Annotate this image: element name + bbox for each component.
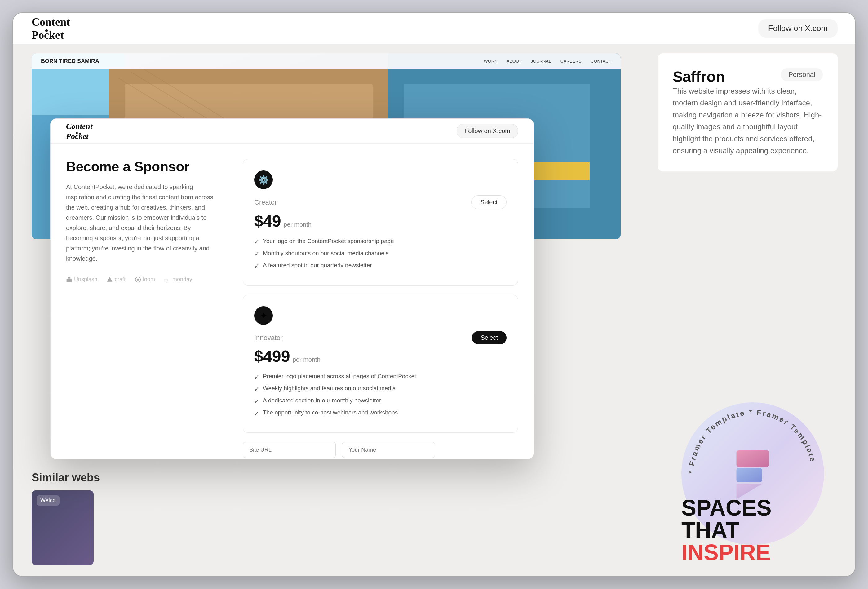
innovator-select-button[interactable]: Select <box>472 331 506 344</box>
preview-nav-about: ABOUT <box>506 59 521 63</box>
innovator-feature-4: ✓ The opportunity to co-host webinars an… <box>254 409 506 417</box>
innovator-feature-2-text: Weekly highlights and features on our so… <box>263 385 396 392</box>
left-column: Become a Sponsor At ContentPocket, we're… <box>50 143 230 459</box>
innovator-feature-1-text: Premier logo placement across all pages … <box>263 373 416 380</box>
spaces-text: SPACES THAT INSPIRE <box>681 497 824 564</box>
right-column: ⚙️ Creator Select $49 per month ✓ Your l… <box>230 143 533 459</box>
innovator-feature-2: ✓ Weekly highlights and features on our … <box>254 385 506 393</box>
front-follow-button[interactable]: Follow on X.com <box>457 124 518 138</box>
loom-logo: loom <box>135 276 155 283</box>
svg-text:* Framer Template * Framer Tem: * Framer Template * Framer Template <box>687 408 818 474</box>
innovator-feature-3: ✓ A dedicated section in our monthly new… <box>254 397 506 405</box>
your-name-input[interactable] <box>342 442 435 458</box>
spaces-line2: THAT <box>681 519 824 541</box>
saffron-title: Saffron <box>673 68 725 85</box>
creator-price: $49 per month <box>254 212 506 230</box>
innovator-tier-header: Innovator Select <box>254 331 506 344</box>
svg-marker-12 <box>107 277 112 282</box>
front-nav: ContentPocket Follow on X.com <box>50 119 533 143</box>
preview-nav-links: WORK ABOUT JOURNAL CAREERS CONTACT <box>484 59 611 63</box>
saffron-badge: Personal <box>781 68 823 81</box>
preview-nav-contact: CONTACT <box>590 59 611 63</box>
innovator-per-month: per month <box>293 356 320 363</box>
similar-websites-label: Similar webs <box>32 471 100 484</box>
back-follow-button[interactable]: Follow on X.com <box>758 19 838 37</box>
creator-select-button[interactable]: Select <box>471 195 506 209</box>
innovator-tier-name: Innovator <box>254 334 283 342</box>
preview-nav-bar: BORN TIRED SAMIRA WORK ABOUT JOURNAL CAR… <box>32 53 621 69</box>
check-icon-7: ✓ <box>254 410 259 417</box>
creator-tier-header: Creator Select <box>254 195 506 209</box>
creator-feature-3-text: A featured spot in our quarterly newslet… <box>263 262 372 269</box>
back-nav: ContentPocket Follow on X.com <box>13 13 856 44</box>
creator-feature-2: ✓ Monthly shoutouts on our social media … <box>254 250 506 258</box>
innovator-feature-3-text: A dedicated section in our monthly newsl… <box>263 397 381 404</box>
front-content: Become a Sponsor At ContentPocket, we're… <box>50 143 533 459</box>
check-icon-4: ✓ <box>254 373 259 381</box>
sponsor-title: Become a Sponsor <box>66 159 215 174</box>
saffron-description: This website impresses with its clean, m… <box>673 85 823 156</box>
similar-thumb: Welco <box>32 490 94 565</box>
creator-feature-2-text: Monthly shoutouts on our social media ch… <box>263 250 389 257</box>
front-card: ContentPocket Follow on X.com Become a S… <box>50 118 534 459</box>
spaces-line3: INSPIRE <box>681 541 824 564</box>
unsplash-logo: Unsplash <box>66 276 97 283</box>
spaces-line1: SPACES <box>681 497 824 519</box>
check-icon-1: ✓ <box>254 238 259 245</box>
innovator-icon: ✦ <box>254 306 273 325</box>
sponsors-logos: Unsplash craft loom m. monday <box>66 276 215 283</box>
bottom-inputs <box>243 442 518 458</box>
saffron-panel: Saffron Personal This website impresses … <box>658 53 838 171</box>
check-icon-6: ✓ <box>254 398 259 405</box>
craft-logo: craft <box>107 276 125 283</box>
preview-nav-logo: BORN TIRED SAMIRA <box>41 58 99 65</box>
creator-feature-1-text: Your logo on the ContentPocket sponsorsh… <box>263 238 394 245</box>
similar-thumb-label: Welco <box>37 495 59 506</box>
creator-tier-name: Creator <box>254 198 277 207</box>
innovator-feature-1: ✓ Premier logo placement across all page… <box>254 373 506 381</box>
check-icon-2: ✓ <box>254 251 259 258</box>
back-logo: ContentPocket <box>32 16 70 41</box>
sponsor-description: At ContentPocket, we're dedicated to spa… <box>66 182 215 264</box>
creator-per-month: per month <box>283 221 311 228</box>
innovator-price: $499 per month <box>254 347 506 366</box>
preview-nav-careers: CAREERS <box>561 59 582 63</box>
creator-icon: ⚙️ <box>254 170 273 189</box>
creator-pricing-card: ⚙️ Creator Select $49 per month ✓ Your l… <box>243 159 518 285</box>
check-icon-3: ✓ <box>254 263 259 270</box>
creator-amount: $49 <box>254 212 281 230</box>
innovator-amount: $499 <box>254 347 290 366</box>
preview-nav-journal: JOURNAL <box>531 59 551 63</box>
front-logo: ContentPocket <box>66 121 92 141</box>
creator-feature-3: ✓ A featured spot in our quarterly newsl… <box>254 262 506 270</box>
site-url-input[interactable] <box>243 442 336 458</box>
creator-feature-1: ✓ Your logo on the ContentPocket sponsor… <box>254 238 506 245</box>
device-frame: ContentPocket Follow on X.com BORN TIRED… <box>12 12 856 577</box>
innovator-pricing-card: ✦ Innovator Select $499 per month ✓ Prem… <box>243 295 518 433</box>
svg-text:m.: m. <box>164 278 169 282</box>
svg-point-14 <box>137 278 139 280</box>
monday-logo: m. monday <box>164 276 192 283</box>
preview-nav-work: WORK <box>484 59 497 63</box>
innovator-feature-4-text: The opportunity to co-host webinars and … <box>263 409 398 416</box>
check-icon-5: ✓ <box>254 386 259 393</box>
